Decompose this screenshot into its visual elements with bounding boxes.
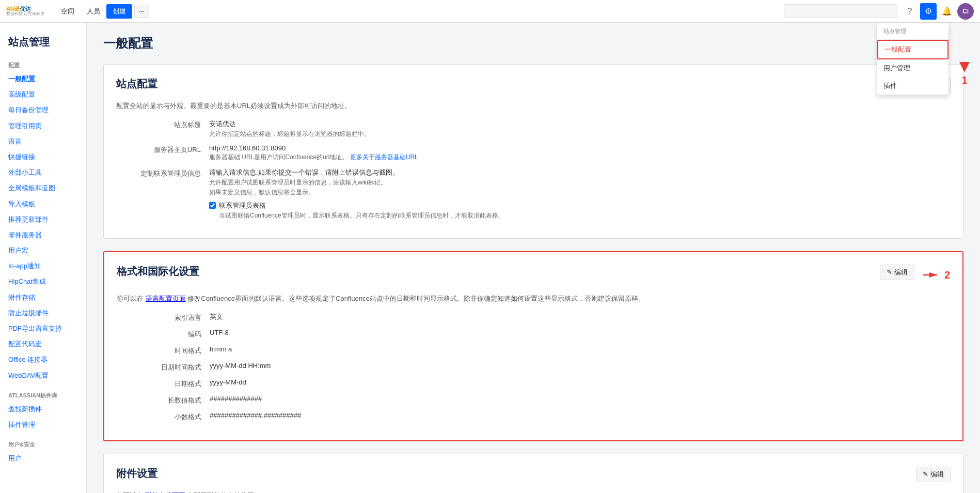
page-title: 一般配置 xyxy=(103,35,963,52)
help-icon: ? xyxy=(908,7,912,16)
sidebar-item-users[interactable]: 用户 xyxy=(0,451,86,466)
sidebar-item-gadgets[interactable]: 外部小工具 xyxy=(0,165,86,180)
site-config-section: 站点配置 ✎ 编辑 配置全站的显示与外观。最重要的是基本URL必须设置成为外部可… xyxy=(103,64,963,239)
sidebar-item-code-macro[interactable]: 配置代码宏 xyxy=(0,336,86,352)
index-lang-label: 索引语言 xyxy=(117,312,210,322)
format-section-title: 格式和国际化设置 xyxy=(117,265,199,279)
attachment-section-desc: 你可以在 附件存储页面 中配置附件的存储位置。 xyxy=(116,490,951,493)
site-config-title: 站点配置 xyxy=(116,77,157,91)
attachment-edit-button[interactable]: ✎ 编辑 xyxy=(916,467,951,482)
nav-spaces[interactable]: 空间 xyxy=(55,7,81,16)
settings-button[interactable]: ⚙ xyxy=(920,3,937,20)
sidebar-item-backup[interactable]: 每日备份管理 xyxy=(0,102,86,118)
settings-icon: ⚙ xyxy=(925,6,932,16)
server-url-value: http://192.168.60.31:8090 服务器基础 URL是用户访问… xyxy=(209,144,951,162)
sidebar-item-find-plugins[interactable]: 查找新插件 xyxy=(0,402,86,417)
arrow-right-icon xyxy=(921,265,941,285)
site-config-header: 站点配置 ✎ 编辑 xyxy=(116,77,951,93)
sidebar-item-mail[interactable]: 邮件服务器 xyxy=(0,227,86,243)
admin-info-label: 定制联系管理员信息 xyxy=(116,168,209,178)
attachment-section-header: 附件设置 ✎ 编辑 xyxy=(116,467,951,482)
attachment-section-title: 附件设置 xyxy=(116,467,157,481)
sidebar-item-recommended[interactable]: 推荐更新部件 xyxy=(0,212,86,227)
server-url-row: 服务器主页URL http://192.168.60.31:8090 服务器基础… xyxy=(116,144,951,162)
encoding-value: UTF-8 xyxy=(210,329,950,336)
dropdown-item-plugins[interactable]: 插件 xyxy=(877,77,949,95)
server-url-label: 服务器主页URL xyxy=(116,144,209,155)
time-format-value: h:mm a xyxy=(210,345,950,353)
logo[interactable]: AN 诺 优达 数据科技 让生命有序 xyxy=(6,6,46,17)
sidebar-section-user: 用户&安全 xyxy=(0,437,86,451)
long-num-format-row: 长数值格式 ############## xyxy=(117,395,950,405)
sidebar-item-webdav[interactable]: WebDAV配置 xyxy=(0,368,86,383)
index-lang-row: 索引语言 英文 xyxy=(117,312,950,322)
logo-subtitle: 数据科技 让生命有序 xyxy=(6,12,44,17)
sidebar-item-inapp[interactable]: In-app通知 xyxy=(0,258,86,274)
bell-icon: 🔔 xyxy=(942,6,952,16)
dropdown-item-general[interactable]: 一般配置 xyxy=(877,40,949,59)
arrow-annotation-2: 2 xyxy=(921,265,950,285)
create-button[interactable]: 创建 xyxy=(106,4,132,19)
sidebar-item-templates-global[interactable]: 全局模板和蓝图 xyxy=(0,180,86,196)
sidebar-section-atlassian: ATLASSIAN插件库 xyxy=(0,388,86,402)
sidebar-item-attachments[interactable]: 附件存储 xyxy=(0,290,86,305)
arrow-annotation-1: 1 xyxy=(959,62,970,86)
checkbox-sub: 当试图联络Confluence管理员时，显示联系表格。只有存在定制的联系管理员信… xyxy=(219,211,504,220)
sidebar-item-user-macros[interactable]: 用户宏 xyxy=(0,243,86,258)
server-url-link[interactable]: 更多关于服务器基础URL xyxy=(350,153,418,161)
more-button[interactable]: ··· xyxy=(134,5,149,18)
sidebar-item-pdf[interactable]: PDF导出语言支持 xyxy=(0,321,86,336)
settings-dropdown: 站点管理 一般配置 用户管理 插件 xyxy=(877,23,949,95)
format-section: 格式和国际化设置 ✎ 编辑 2 xyxy=(103,251,963,441)
dropdown-item-users[interactable]: 用户管理 xyxy=(877,59,949,77)
sidebar-item-office[interactable]: Office 连接器 xyxy=(0,352,86,367)
checkbox-row: 联系管理员表格 当试图联络Confluence管理员时，显示联系表格。只有存在定… xyxy=(209,201,951,220)
main-content: 一般配置 站点配置 ✎ 编辑 配置全站的显示与外观。最重要的是基本URL必须设置… xyxy=(87,23,980,493)
sidebar-title: 站点管理 xyxy=(0,31,86,57)
top-navigation: AN 诺 优达 数据科技 让生命有序 空间 人员 创建 ··· ? ⚙ 🔔 Ci xyxy=(0,0,980,23)
search-input[interactable] xyxy=(784,4,897,18)
time-format-row: 时间格式 h:mm a xyxy=(117,345,950,356)
decimal-format-label: 小数格式 xyxy=(117,411,210,422)
site-title-row: 站点标题 安诺优达 允许你指定站点的标题，标题将显示在浏览器的标题栏中。 xyxy=(116,119,951,138)
nav-people[interactable]: 人员 xyxy=(81,7,106,16)
date-format-row: 日期格式 yyyy-MM-dd xyxy=(117,378,950,389)
decimal-format-value: ##############.########## xyxy=(210,411,950,419)
admin-table-checkbox[interactable] xyxy=(209,202,216,209)
admin-info-value: 请输入请求信息,如果你提交一个错误，请附上错误信息与截图。 允许配置用户试图联系… xyxy=(209,168,951,220)
avatar[interactable]: Ci xyxy=(957,3,974,20)
topnav-icons: ? ⚙ 🔔 Ci xyxy=(902,3,974,20)
long-num-format-label: 长数值格式 xyxy=(117,395,210,405)
site-title-label: 站点标题 xyxy=(116,119,209,130)
sidebar-item-general[interactable]: 一般配置 xyxy=(0,71,86,87)
date-format-value: yyyy-MM-dd xyxy=(210,378,950,386)
sidebar-item-antispam[interactable]: 防止垃圾邮件 xyxy=(0,305,86,321)
datetime-format-row: 日期时间格式 yyyy-MM-dd HH:mm xyxy=(117,362,950,372)
notifications-button[interactable]: 🔔 xyxy=(939,3,955,20)
site-config-desc: 配置全站的显示与外观。最重要的是基本URL必须设置成为外部可访问的地址。 xyxy=(116,101,951,111)
sidebar: 站点管理 配置 一般配置 高级配置 每日备份管理 管理引用页 语言 快捷链接 外… xyxy=(0,23,87,493)
sidebar-item-referrers[interactable]: 管理引用页 xyxy=(0,118,86,134)
sidebar-item-hipchat[interactable]: HipChat集成 xyxy=(0,274,86,289)
format-edit-button[interactable]: ✎ 编辑 xyxy=(880,265,914,280)
admin-info-row: 定制联系管理员信息 请输入请求信息,如果你提交一个错误，请附上错误信息与截图。 … xyxy=(116,168,951,220)
sidebar-item-import-templates[interactable]: 导入模板 xyxy=(0,196,86,212)
format-section-desc: 你可以在 语言配置页面 修改Confluence界面的默认语言。这些选项规定了C… xyxy=(117,294,950,304)
site-title-value: 安诺优达 允许你指定站点的标题，标题将显示在浏览器的标题栏中。 xyxy=(209,119,951,138)
checkbox-label: 联系管理员表格 xyxy=(219,201,504,210)
long-num-format-value: ############## xyxy=(210,395,950,403)
site-title-sub: 允许你指定站点的标题，标题将显示在浏览器的标题栏中。 xyxy=(209,130,951,138)
datetime-format-label: 日期时间格式 xyxy=(117,362,210,372)
encoding-label: 编码 xyxy=(117,329,210,339)
language-config-link[interactable]: 语言配置页面 xyxy=(146,295,186,302)
dropdown-header: 站点管理 xyxy=(877,23,949,40)
sidebar-section-config: 配置 xyxy=(0,57,86,71)
sidebar-item-advanced[interactable]: 高级配置 xyxy=(0,87,86,102)
help-button[interactable]: ? xyxy=(902,3,918,20)
annotation-number-1: 1 xyxy=(961,74,967,86)
admin-info-sub2: 如果未定义信息，默认信息将会显示。 xyxy=(209,188,951,197)
sidebar-item-shortcuts[interactable]: 快捷链接 xyxy=(0,149,86,165)
sidebar-item-manage-plugins[interactable]: 插件管理 xyxy=(0,417,86,433)
index-lang-value: 英文 xyxy=(210,312,950,321)
sidebar-item-language[interactable]: 语言 xyxy=(0,134,86,149)
